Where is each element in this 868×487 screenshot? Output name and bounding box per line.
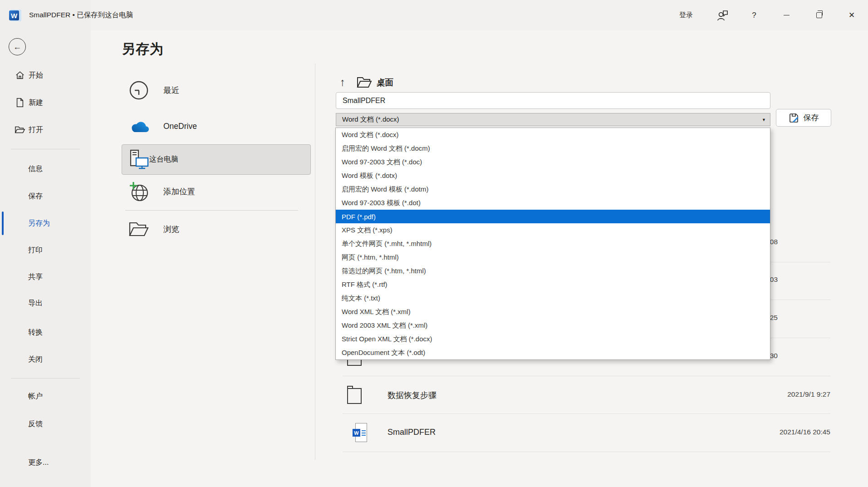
format-option[interactable]: Word XML 文档 (*.xml) bbox=[336, 305, 770, 319]
sidebar-item-label: 另存为 bbox=[0, 219, 50, 228]
place-this-pc[interactable]: 这台电脑 bbox=[122, 144, 311, 175]
close-button[interactable]: ✕ bbox=[835, 0, 868, 30]
sidebar-item-label: 打开 bbox=[29, 125, 43, 135]
place-label: 这台电脑 bbox=[149, 155, 178, 164]
save-button-label: 保存 bbox=[804, 113, 819, 123]
chevron-down-icon: ▼ bbox=[762, 118, 766, 122]
close-icon: ✕ bbox=[848, 10, 855, 20]
format-option[interactable]: 网页 (*.htm, *.html) bbox=[336, 251, 770, 264]
home-icon bbox=[14, 70, 26, 80]
folder-icon bbox=[347, 384, 362, 404]
sidebar-item-export[interactable]: 导出 bbox=[0, 294, 91, 312]
place-label: 最近 bbox=[163, 85, 179, 96]
sidebar-item-save[interactable]: 保存 bbox=[0, 187, 91, 205]
format-option-selected[interactable]: PDF (*.pdf) bbox=[336, 210, 770, 223]
restore-icon bbox=[816, 12, 822, 18]
add-place-globe-icon bbox=[127, 181, 151, 202]
location-breadcrumb: ↑ 桌面 bbox=[336, 73, 393, 92]
format-option[interactable]: 筛选过的网页 (*.htm, *.html) bbox=[336, 264, 770, 278]
sign-in-button[interactable]: 登录 bbox=[666, 0, 706, 30]
back-arrow-icon: ← bbox=[13, 42, 21, 52]
sidebar-item-open[interactable]: 打开 bbox=[0, 121, 91, 139]
sidebar-item-home[interactable]: 开始 bbox=[0, 66, 91, 84]
sidebar-divider bbox=[11, 149, 80, 149]
sidebar-item-label: 信息 bbox=[0, 164, 43, 174]
sidebar-item-label: 开始 bbox=[29, 71, 43, 80]
save-button[interactable]: 保存 bbox=[776, 109, 831, 127]
file-name: 数据恢复步骤 bbox=[387, 390, 436, 401]
minimize-icon bbox=[784, 15, 790, 15]
sidebar-item-info[interactable]: 信息 bbox=[0, 160, 91, 178]
place-add[interactable]: 添加位置 bbox=[127, 179, 309, 204]
feedback-person-icon[interactable] bbox=[706, 0, 738, 30]
format-option[interactable]: 纯文本 (*.txt) bbox=[336, 291, 770, 305]
sidebar-item-label: 反馈 bbox=[0, 419, 43, 429]
window-title: SmallPDFER • 已保存到这台电脑 bbox=[29, 0, 133, 30]
place-label: 添加位置 bbox=[163, 186, 195, 197]
sidebar-item-label: 更多... bbox=[0, 458, 49, 467]
format-option[interactable]: RTF 格式 (*.rtf) bbox=[336, 278, 770, 291]
sidebar-item-label: 新建 bbox=[29, 98, 43, 108]
format-option[interactable]: Word 97-2003 模板 (*.dot) bbox=[336, 196, 770, 210]
clock-icon bbox=[127, 80, 151, 100]
format-option[interactable]: 单个文件网页 (*.mht, *.mhtml) bbox=[336, 237, 770, 251]
format-option[interactable]: Word 模板 (*.dotx) bbox=[336, 169, 770, 182]
page-title: 另存为 bbox=[122, 40, 164, 59]
format-selected-value: Word 文档 (*.docx) bbox=[342, 115, 399, 124]
sidebar-item-close[interactable]: 关闭 bbox=[0, 350, 91, 369]
sidebar-item-share[interactable]: 共享 bbox=[0, 268, 91, 286]
sidebar-item-label: 共享 bbox=[0, 272, 43, 282]
new-document-icon bbox=[14, 98, 26, 108]
hidden-row-date-fragment: 25 bbox=[770, 314, 778, 322]
sidebar-item-transform[interactable]: 转换 bbox=[0, 323, 91, 341]
sidebar-item-more[interactable]: 更多... bbox=[0, 453, 91, 472]
format-option[interactable]: Strict Open XML 文档 (*.docx) bbox=[336, 332, 770, 346]
sidebar-item-label: 关闭 bbox=[0, 355, 43, 364]
format-option[interactable]: OpenDocument 文本 (*.odt) bbox=[336, 346, 770, 359]
sidebar-item-account[interactable]: 帐户 bbox=[0, 387, 91, 405]
format-option[interactable]: Word 文档 (*.docx) bbox=[336, 128, 770, 142]
sidebar-item-label: 转换 bbox=[0, 328, 43, 337]
column-divider bbox=[315, 64, 315, 460]
place-recent[interactable]: 最近 bbox=[127, 78, 309, 103]
sidebar-item-print[interactable]: 打印 bbox=[0, 241, 91, 259]
up-directory-icon[interactable]: ↑ bbox=[336, 76, 349, 89]
current-folder-name[interactable]: 桌面 bbox=[377, 77, 393, 88]
file-date: 2021/4/16 20:45 bbox=[780, 428, 830, 436]
file-row[interactable]: 数据恢复步骤 2021/9/1 9:27 bbox=[343, 376, 830, 413]
file-name: SmallPDFER bbox=[387, 428, 436, 437]
onedrive-cloud-icon bbox=[127, 119, 151, 133]
word-app-icon: W bbox=[9, 9, 23, 22]
sidebar-item-feedback[interactable]: 反馈 bbox=[0, 415, 91, 433]
place-browse[interactable]: 浏览 bbox=[127, 216, 309, 242]
format-option[interactable]: 启用宏的 Word 模板 (*.dotm) bbox=[336, 182, 770, 196]
sidebar-item-label: 帐户 bbox=[0, 392, 43, 401]
sidebar-item-label: 打印 bbox=[0, 246, 43, 255]
file-row[interactable]: W SmallPDFER 2021/4/16 20:45 bbox=[343, 413, 830, 452]
format-select[interactable]: Word 文档 (*.docx) ▼ bbox=[336, 113, 770, 126]
open-folder-icon bbox=[14, 125, 26, 134]
sidebar-divider bbox=[11, 378, 80, 379]
format-option[interactable]: 启用宏的 Word 文档 (*.docm) bbox=[336, 142, 770, 155]
restore-button[interactable] bbox=[803, 0, 835, 30]
file-date: 2021/9/1 9:27 bbox=[787, 390, 830, 398]
format-dropdown-list: Word 文档 (*.docx) 启用宏的 Word 文档 (*.docm) W… bbox=[335, 128, 770, 360]
format-option[interactable]: Word 97-2003 文档 (*.doc) bbox=[336, 155, 770, 169]
sidebar-item-save-as[interactable]: 另存为 bbox=[0, 214, 91, 232]
minimize-button[interactable] bbox=[770, 0, 803, 30]
place-label: OneDrive bbox=[163, 122, 197, 131]
save-floppy-icon bbox=[789, 113, 799, 123]
back-button[interactable]: ← bbox=[9, 38, 26, 55]
browse-folder-icon bbox=[127, 221, 151, 237]
place-onedrive[interactable]: OneDrive bbox=[127, 113, 309, 139]
this-pc-icon bbox=[128, 149, 149, 170]
format-option[interactable]: XPS 文档 (*.xps) bbox=[336, 223, 770, 237]
format-option[interactable]: Word 2003 XML 文档 (*.xml) bbox=[336, 319, 770, 332]
sidebar-item-label: 保存 bbox=[0, 192, 43, 201]
hidden-row-date-fragment: 30 bbox=[770, 352, 778, 360]
places-divider bbox=[125, 210, 298, 211]
sidebar-item-new[interactable]: 新建 bbox=[0, 93, 91, 112]
filename-input[interactable] bbox=[336, 92, 770, 109]
row-divider bbox=[343, 452, 830, 452]
help-button[interactable]: ? bbox=[738, 0, 770, 30]
